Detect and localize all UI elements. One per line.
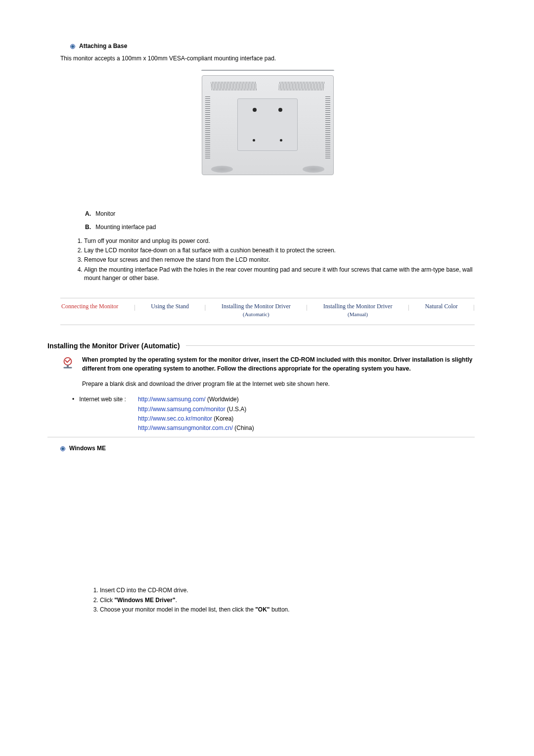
tab-separator: | [205, 302, 206, 312]
step-text-bold: "Windows ME Driver" [114, 597, 175, 604]
tab-sublabel: (Automatic) [222, 311, 291, 319]
list-item: Remove four screws and then remove the s… [84, 256, 475, 264]
tab-label: Installing the Monitor Driver [323, 303, 393, 310]
list-item: Align the mounting interface Pad with th… [84, 266, 475, 283]
tab-label: Installing the Monitor Driver [222, 303, 291, 310]
link-suffix: (U.S.A) [225, 406, 247, 413]
heading-windows-me: Windows ME [60, 444, 475, 453]
tab-separator: | [408, 302, 409, 312]
label-b-value: Mounting interface pad [95, 224, 156, 231]
intro-text: This monitor accepts a 100mm x 100mm VES… [60, 54, 475, 63]
note-block: When prompted by the operating system fo… [60, 356, 475, 388]
windows-me-steps: Insert CD into the CD-ROM drive. Click "… [88, 586, 475, 614]
link-samsung-worldwide[interactable]: http://www.samsung.com/ [138, 396, 206, 403]
section-nav: Connecting the Monitor | Using the Stand… [60, 298, 475, 325]
tab-using-stand[interactable]: Using the Stand [150, 302, 190, 319]
step-text-bold: "OK" [255, 606, 269, 613]
list-item: http://www.samsung.com/monitor (U.S.A) [138, 405, 254, 414]
bullet-icon [70, 44, 75, 49]
label-b-key: B. [85, 224, 91, 231]
link-samsung-usa[interactable]: http://www.samsung.com/monitor [138, 406, 225, 413]
link-suffix: (China) [233, 425, 254, 431]
tab-separator: | [134, 302, 135, 312]
list-item: http://www.samsung.com/ (Worldwide) [138, 395, 254, 404]
link-samsungmonitor-china[interactable]: http://www.samsungmonitor.com.cn/ [138, 425, 233, 431]
tab-separator: | [307, 302, 308, 312]
section-title-install-auto: Installing the Monitor Driver (Automatic… [47, 341, 475, 351]
tab-natural-color[interactable]: Natural Color [424, 302, 458, 319]
list-item: Lay the LCD monitor face-down on a flat … [84, 246, 475, 255]
labels-list: A. Monitor B. Mounting interface pad [85, 210, 475, 232]
prepare-text: Prepare a blank disk and download the dr… [82, 380, 475, 388]
divider [47, 437, 475, 437]
step-text-post: . [176, 597, 177, 604]
tab-connecting-monitor[interactable]: Connecting the Monitor [60, 302, 119, 319]
list-item: http://www.sec.co.kr/monitor (Korea) [138, 415, 254, 423]
link-suffix: (Worldwide) [206, 396, 239, 403]
step-text-pre: Choose your monitor model in the model l… [100, 606, 255, 613]
section-title-text: Installing the Monitor Driver (Automatic… [47, 341, 180, 351]
links-row: Internet web site : http://www.samsung.c… [72, 395, 475, 434]
label-a-value: Monitor [95, 210, 115, 217]
heading-text: Windows ME [69, 444, 106, 453]
heading-text: Attaching a Base [79, 42, 127, 50]
link-sec-korea[interactable]: http://www.sec.co.kr/monitor [138, 415, 212, 422]
bullet-icon [60, 446, 65, 451]
tab-separator: | [474, 302, 475, 312]
links-label: Internet web site : [72, 395, 126, 434]
list-item: Insert CD into the CD-ROM drive. [100, 586, 475, 595]
step-text: Insert CD into the CD-ROM drive. [100, 587, 188, 594]
document-page: Attaching a Base This monitor accepts a … [0, 0, 534, 756]
note-icon [60, 356, 75, 388]
monitor-figure [60, 75, 475, 175]
heading-attaching-base: Attaching a Base [70, 42, 475, 50]
monitor-back-illustration [202, 75, 334, 175]
link-suffix: (Korea) [212, 415, 233, 422]
svg-rect-2 [67, 365, 69, 368]
attach-base-steps: Turn off your monitor and unplug its pow… [72, 237, 475, 283]
links-list: http://www.samsung.com/ (Worldwide) http… [138, 395, 254, 434]
tab-install-driver-manual[interactable]: Installing the Monitor Driver (Manual) [322, 302, 394, 319]
tab-sublabel: (Manual) [323, 311, 393, 319]
list-item: Click "Windows ME Driver". [100, 596, 475, 605]
note-bold-text: When prompted by the operating system fo… [82, 356, 475, 373]
label-a-key: A. [85, 210, 91, 217]
list-item: http://www.samsungmonitor.com.cn/ (China… [138, 424, 254, 432]
step-text-pre: Click [100, 597, 114, 604]
list-item: Choose your monitor model in the model l… [100, 606, 475, 614]
label-b: B. Mounting interface pad [85, 223, 475, 232]
tab-install-driver-auto[interactable]: Installing the Monitor Driver (Automatic… [221, 302, 292, 319]
step-text-post: button. [270, 606, 290, 613]
list-item: Turn off your monitor and unplug its pow… [84, 237, 475, 245]
label-a: A. Monitor [85, 210, 475, 218]
note-text: When prompted by the operating system fo… [82, 356, 475, 388]
